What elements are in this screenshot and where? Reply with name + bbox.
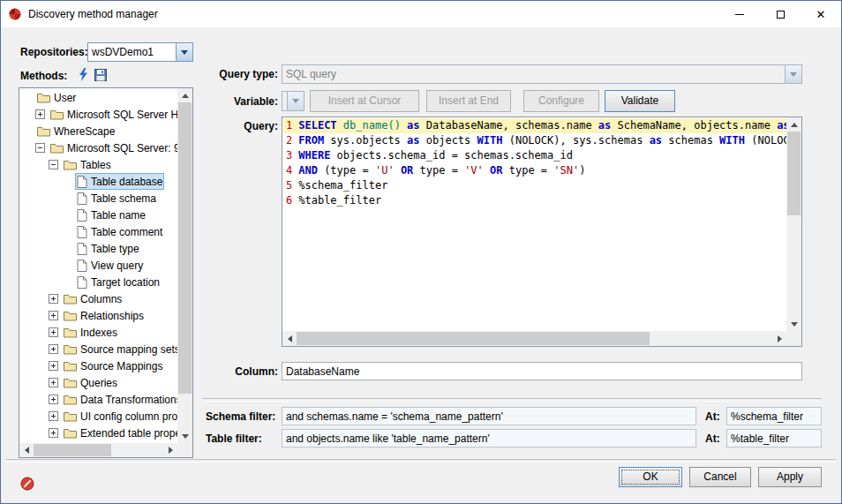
expand-icon[interactable] (49, 327, 58, 337)
methods-label: Methods: (20, 70, 67, 82)
line-number: 4 (286, 164, 298, 177)
expand-icon[interactable] (49, 361, 58, 371)
folder-icon (37, 125, 50, 137)
validate-button[interactable]: Validate (605, 90, 675, 112)
line-number: 5 (286, 179, 298, 192)
cancel-button[interactable]: Cancel (689, 467, 751, 487)
expand-icon[interactable] (49, 311, 58, 320)
collapse-icon[interactable] (35, 143, 45, 153)
collapse-icon[interactable] (49, 160, 58, 169)
repositories-value: wsDVDemo1 (88, 46, 176, 58)
chevron-down-icon[interactable] (176, 43, 192, 61)
tree-item-source-mappings[interactable]: Source Mappings (20, 357, 177, 374)
expand-icon[interactable] (49, 378, 58, 387)
tree-item-table-name[interactable]: Table name (20, 207, 177, 223)
tree-item-columns[interactable]: Columns (20, 290, 177, 307)
query-line-1: 1SELECT db_name() as DatabaseName, schem… (283, 118, 786, 133)
tree-item-table-type[interactable]: Table type (20, 240, 177, 257)
folder-icon (64, 293, 77, 305)
tree-horizontal-scrollbar[interactable] (19, 443, 177, 457)
repositories-select[interactable]: wsDVDemo1 (87, 42, 193, 62)
tree-item-wherescape[interactable]: WhereScape (20, 123, 177, 139)
tree-item-source-mapping-sets[interactable]: Source mapping sets (20, 341, 177, 357)
apply-button[interactable]: Apply (758, 467, 822, 487)
expand-icon[interactable] (49, 294, 58, 304)
expand-icon[interactable] (49, 395, 58, 404)
save-methods-button[interactable] (93, 66, 109, 84)
insert-at-end-button[interactable]: Insert at End (426, 90, 511, 112)
folder-icon (37, 92, 50, 103)
scroll-right-icon[interactable] (163, 443, 177, 457)
folder-icon (50, 142, 64, 154)
expand-icon[interactable] (49, 344, 58, 354)
folder-icon (64, 427, 77, 439)
tree-item-table-schema[interactable]: Table schema (20, 190, 177, 207)
ok-button[interactable]: OK (619, 467, 682, 487)
schema-filter-field[interactable]: and schemas.name = 'schema_name_pattern' (282, 407, 696, 425)
scroll-left-icon[interactable] (282, 331, 297, 346)
tree-item-table-comment[interactable]: Table comment (20, 223, 177, 240)
scrollbar-thumb[interactable] (297, 332, 650, 345)
table-at-field[interactable]: %table_filter (726, 429, 822, 448)
query-type-label: Query type: (202, 68, 278, 80)
tree-item-indexes[interactable]: Indexes (20, 324, 177, 341)
variable-label: Variable: (202, 95, 278, 108)
column-field[interactable]: DatabaseName (282, 362, 802, 380)
scroll-left-icon[interactable] (19, 443, 34, 457)
variable-select[interactable] (282, 91, 304, 111)
insert-at-cursor-button[interactable]: Insert at Cursor (310, 90, 419, 112)
tree-item-relationships[interactable]: Relationships (20, 307, 177, 324)
editor-vertical-scrollbar[interactable] (786, 117, 801, 331)
folder-icon (64, 377, 77, 388)
query-code[interactable]: 1SELECT db_name() as DatabaseName, schem… (283, 118, 786, 331)
query-line-2: 2FROM sys.objects as objects WITH (NOLOC… (283, 133, 786, 148)
editor-horizontal-scrollbar[interactable] (282, 331, 786, 346)
tree-item-user[interactable]: User (20, 89, 177, 106)
tree-item-tables[interactable]: Tables (20, 156, 177, 173)
query-editor[interactable]: 1SELECT db_name() as DatabaseName, schem… (282, 117, 802, 347)
tree-item-mssql-hs[interactable]: Microsoft SQL Server HS: 9 (20, 106, 177, 123)
tree-vertical-scrollbar[interactable] (177, 88, 192, 443)
scrollbar-thumb[interactable] (787, 132, 801, 215)
folder-icon (64, 360, 77, 372)
tree-item-mssql-90[interactable]: Microsoft SQL Server: 9.0 - (20, 139, 177, 156)
scrollbar-thumb[interactable] (178, 102, 192, 394)
tree-item-queries[interactable]: Queries (20, 374, 177, 391)
expand-icon[interactable] (35, 109, 45, 119)
close-icon: ✕ (816, 9, 826, 20)
maximize-button[interactable] (760, 1, 801, 27)
refresh-methods-button[interactable] (75, 65, 91, 83)
query-type-select[interactable]: SQL query (282, 64, 802, 84)
line-number: 3 (286, 149, 298, 162)
tree-rows: User Microsoft SQL Server HS: 9 WhereSca… (20, 89, 177, 443)
scroll-down-icon[interactable] (177, 429, 192, 443)
folder-icon (50, 109, 64, 120)
schema-at-field[interactable]: %schema_filter (726, 407, 822, 425)
query-label: Query: (202, 120, 278, 132)
maximize-icon (777, 11, 785, 19)
table-filter-field[interactable]: and objects.name like 'table_name_patter… (282, 429, 696, 448)
schema-filter-label: Schema filter: (206, 410, 275, 423)
scroll-up-icon[interactable] (786, 117, 801, 132)
tree-item-ui-config-column-properties[interactable]: UI config column prope (20, 408, 177, 425)
tree-item-table-database[interactable]: Table database (20, 173, 177, 190)
scroll-up-icon[interactable] (177, 88, 192, 102)
scrollbar-thumb[interactable] (34, 444, 111, 456)
tree-item-target-location[interactable]: Target location (20, 274, 177, 290)
scroll-down-icon[interactable] (786, 317, 801, 331)
minimize-button[interactable] (719, 1, 760, 27)
expand-icon[interactable] (49, 428, 58, 438)
tree-item-view-query[interactable]: View query (20, 257, 177, 274)
query-line-4: 4AND (type = 'U' OR type = 'V' OR type =… (283, 163, 786, 178)
window-title: Discovery method manager (28, 8, 158, 20)
tree-item-extended-table-properties[interactable]: Extended table proper (20, 425, 177, 441)
configure-button[interactable]: Configure (523, 90, 599, 112)
column-label: Column: (202, 365, 278, 378)
folder-icon (64, 394, 77, 405)
table-at-label: At: (705, 433, 720, 445)
scroll-right-icon[interactable] (772, 331, 786, 346)
tree-item-data-transformations[interactable]: Data Transformations (20, 391, 177, 408)
close-button[interactable]: ✕ (801, 1, 841, 27)
folder-icon (64, 159, 77, 170)
expand-icon[interactable] (49, 411, 58, 421)
